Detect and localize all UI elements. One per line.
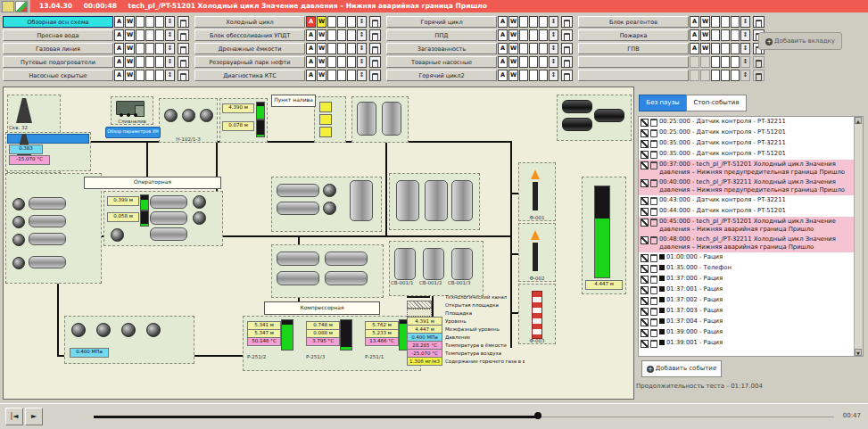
delete-event-icon[interactable] [650, 318, 657, 326]
delete-tab-button[interactable] [561, 16, 573, 28]
warning-box[interactable]: W [317, 16, 327, 28]
edit-event-icon[interactable] [641, 179, 649, 187]
event-row[interactable]: 00:35:000 - Датчик контроля - PT-51201 [639, 149, 863, 160]
alarm-ack-box[interactable]: A [690, 29, 699, 41]
delete-tab-button[interactable] [561, 43, 573, 54]
delete-tab-button[interactable] [561, 70, 573, 81]
reorder-arrow-button[interactable]: ↕ [740, 56, 750, 68]
delete-event-icon[interactable] [650, 140, 657, 148]
timeline-remaining[interactable] [538, 417, 834, 417]
event-list-scrollbar[interactable]: ▲▼ [854, 117, 863, 356]
alarm-ack-box[interactable]: A [306, 56, 316, 68]
alarm-ack-box[interactable]: A [114, 16, 124, 28]
reorder-arrow-button[interactable]: ↕ [165, 16, 175, 28]
tab-stop-events[interactable]: Стоп-события [686, 95, 747, 111]
delete-event-icon[interactable] [650, 197, 657, 205]
alarm-ack-box[interactable]: A [690, 43, 699, 54]
warning-box[interactable]: W [317, 70, 327, 81]
alarm-ack-box[interactable]: A [114, 56, 124, 68]
delete-event-icon[interactable] [650, 129, 657, 137]
event-row[interactable]: 01:39:001 - Рация [639, 338, 863, 349]
add-event-button[interactable]: +Добавить событие [641, 360, 722, 377]
event-row[interactable]: 01:00:000 - Рация [639, 252, 863, 263]
event-row[interactable]: 00:40:000 - tech_pl_/PT-32211 Холодный ц… [639, 177, 863, 195]
tab-button[interactable]: Товарные насосные [386, 56, 497, 68]
reorder-arrow-button[interactable]: ↕ [740, 16, 750, 28]
edit-event-icon[interactable] [641, 286, 649, 294]
event-row[interactable]: 01:39:000 - Рация [639, 327, 863, 338]
event-row[interactable]: 01:37:003 - Рация [639, 306, 863, 317]
delete-event-icon[interactable] [650, 340, 657, 348]
stop-event-icon[interactable] [659, 329, 665, 334]
edit-event-icon[interactable] [641, 254, 649, 262]
tab-button[interactable]: Блок реагентов [578, 16, 689, 28]
edit-event-icon[interactable] [641, 329, 649, 337]
delete-event-icon[interactable] [650, 286, 657, 294]
alarm-ack-box[interactable]: A [498, 29, 508, 41]
tab-button[interactable] [578, 70, 689, 81]
edit-event-icon[interactable] [641, 140, 649, 148]
edit-event-icon[interactable] [641, 151, 649, 159]
edit-event-icon[interactable] [641, 318, 649, 326]
alarm-ack-box[interactable]: A [306, 16, 316, 28]
delete-tab-button[interactable] [178, 70, 189, 81]
delete-event-icon[interactable] [650, 236, 657, 244]
alarm-ack-box[interactable]: A [498, 43, 508, 54]
delete-tab-button[interactable] [753, 56, 765, 68]
stop-event-icon[interactable] [659, 254, 665, 260]
tab-button[interactable]: Горячий цикл [386, 16, 497, 28]
event-row[interactable]: 01:37:002 - Рация [639, 295, 863, 306]
reorder-arrow-button[interactable]: ↕ [549, 43, 558, 54]
warning-box[interactable]: W [700, 16, 710, 28]
warning-box[interactable]: W [125, 43, 135, 54]
warning-box[interactable]: W [508, 70, 518, 81]
add-tab-button[interactable]: +Добавить вкладку [758, 32, 842, 50]
reorder-arrow-button[interactable]: ↕ [357, 29, 367, 41]
tab-button[interactable]: Пресная вода [3, 29, 113, 41]
reorder-arrow-button[interactable]: ↕ [165, 29, 175, 41]
timeline-elapsed[interactable] [94, 416, 538, 418]
tab-button[interactable]: Дренажные ёмкости [194, 43, 305, 54]
delete-event-icon[interactable] [650, 297, 657, 305]
reorder-arrow-button[interactable]: ↕ [549, 56, 558, 68]
warning-box[interactable]: W [508, 29, 518, 41]
alarm-ack-box[interactable]: A [306, 43, 316, 54]
warning-box[interactable]: W [125, 16, 135, 28]
reorder-arrow-button[interactable]: ↕ [165, 70, 175, 81]
delete-tab-button[interactable] [178, 56, 189, 68]
edit-event-icon[interactable] [641, 340, 649, 348]
tab-button[interactable]: Горячий цикл2 [386, 70, 497, 81]
reorder-arrow-button[interactable]: ↕ [357, 56, 367, 68]
stop-event-icon[interactable] [659, 276, 665, 281]
delete-tab-button[interactable] [753, 16, 765, 28]
delete-tab-button[interactable] [369, 43, 381, 54]
tab-button[interactable]: Путевые подогреватели [3, 56, 113, 68]
delete-event-icon[interactable] [650, 179, 657, 187]
alarm-ack-box[interactable]: A [690, 16, 699, 28]
edit-event-icon[interactable] [641, 276, 649, 284]
tab-button[interactable]: Газовая линия [3, 43, 113, 54]
reorder-arrow-button[interactable]: ↕ [357, 70, 367, 81]
reorder-arrow-button[interactable]: ↕ [740, 70, 750, 81]
event-row[interactable]: 01:35:000 - Телефон [639, 263, 863, 274]
stop-event-icon[interactable] [659, 308, 665, 313]
edit-event-icon[interactable] [641, 161, 649, 169]
event-row[interactable]: 00:37:000 - tech_pl_/PT-51201 Холодный ц… [639, 160, 863, 177]
delete-event-icon[interactable] [650, 161, 657, 169]
edit-event-icon[interactable] [641, 308, 649, 316]
warning-box[interactable]: W [700, 43, 710, 54]
reorder-arrow-button[interactable]: ↕ [357, 16, 367, 28]
tab-button[interactable]: Пожарка [578, 29, 689, 41]
tab-button[interactable]: Загазованность [386, 43, 497, 54]
event-row[interactable]: 00:35:000 - Датчик контроля - PT-32211 [639, 138, 863, 149]
event-row[interactable]: 01:37:001 - Рация [639, 285, 863, 295]
delete-event-icon[interactable] [650, 308, 657, 316]
edit-event-icon[interactable] [641, 208, 649, 216]
tab-button[interactable]: Насосные скрытые [3, 70, 113, 81]
alarm-ack-box[interactable]: A [114, 43, 124, 54]
edit-event-icon[interactable] [641, 129, 649, 137]
warning-box[interactable]: W [317, 29, 327, 41]
tab-button[interactable]: Блок обессоливания УПДТ [194, 29, 305, 41]
delete-event-icon[interactable] [650, 151, 657, 159]
warning-box[interactable]: W [125, 56, 135, 68]
